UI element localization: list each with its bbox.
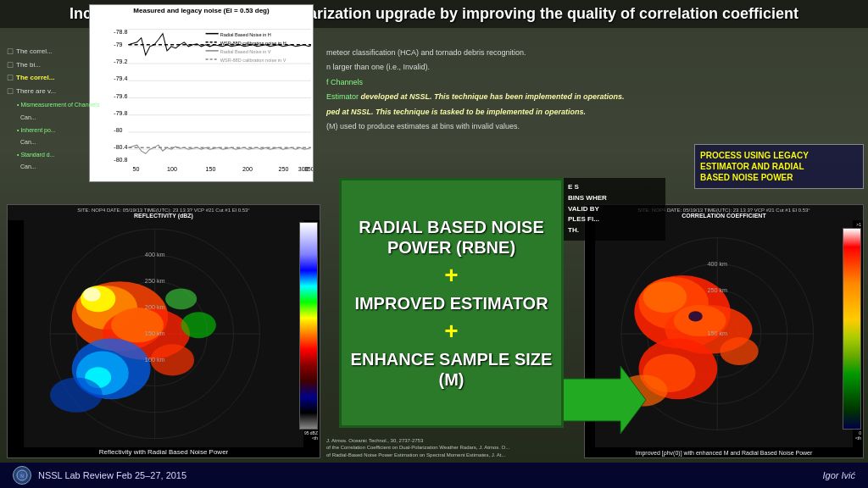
green-arrow — [561, 366, 646, 437]
svg-text:50: 50 — [133, 166, 140, 173]
bottom-left: N NSSL Lab Review Feb 25–27, 2015 — [13, 466, 186, 485]
radar-left-title: SITE: NOP4 DATE: 05/19/13 TIME(UTC): 23 … — [8, 205, 320, 220]
svg-point-47 — [111, 308, 164, 342]
right-line-4-text: developed at NSSL. This technique has be… — [361, 92, 625, 101]
process-box-title: PROCESS USING LEGACYESTIMATOR AND RADIAL… — [700, 150, 858, 183]
svg-point-54 — [165, 288, 197, 309]
svg-text:250 km: 250 km — [707, 286, 727, 294]
svg-text:-78.8: -78.8 — [114, 29, 127, 36]
logo-svg: N — [15, 469, 29, 482]
checkbox-3: ☐ — [7, 73, 14, 84]
checkbox-4: ☐ — [7, 86, 14, 97]
svg-text:400 km: 400 km — [707, 260, 727, 268]
left-item-3: ☐ The correl... — [7, 73, 104, 84]
checkbox-1: ☐ — [7, 47, 14, 58]
left-sub-text-4: Can... — [20, 139, 36, 145]
left-sub-3: • Inherent po... — [17, 125, 104, 136]
svg-text:-79.2: -79.2 — [114, 58, 127, 65]
checkbox-2: ☐ — [7, 60, 14, 71]
svg-text:350: 350 — [304, 166, 313, 173]
label-estimator: Estimator — [326, 92, 359, 101]
svg-text:200: 200 — [242, 166, 253, 173]
radar-left-heading: REFLECTIVITY (dBZ) — [134, 213, 193, 219]
bottom-right-label: Igor Ivić — [822, 470, 855, 480]
center-line-1: RADIAL BASED NOISEPOWER (RBNE) — [359, 217, 544, 258]
left-item-2: ☐ The bi... — [7, 60, 104, 71]
radar-right-heading: CORRELATION COEFFICIENT — [682, 213, 765, 219]
radar-left-bottom: Reflectivity with Radial Based Noise Pow… — [8, 448, 320, 456]
plus-2: + — [444, 318, 458, 345]
svg-text:-79.8: -79.8 — [114, 110, 127, 117]
svg-text:-80.4: -80.4 — [114, 144, 127, 151]
graph-svg: -78.8 -79 -79.2 -79.4 -79.6 -79.8 -80 -8… — [90, 16, 313, 175]
left-text-4: There are v... — [16, 86, 56, 96]
citation-1: J. Atmos. Oceanic Technol., 30, 2737-275… — [326, 437, 572, 444]
left-sub-text-5: • Standard d... — [17, 152, 54, 158]
noise-graph: Measured and legacy noise (El = 0.53 deg… — [89, 4, 314, 182]
process-box: PROCESS USING LEGACYESTIMATOR AND RADIAL… — [694, 144, 864, 189]
graph-area: -78.8 -79 -79.2 -79.4 -79.6 -79.8 -80 -8… — [90, 16, 313, 175]
center-green-box: RADIAL BASED NOISEPOWER (RBNE) + IMPROVE… — [339, 178, 564, 428]
colorbar-right-max: >1 — [843, 222, 861, 227]
svg-point-51 — [50, 378, 103, 413]
svg-text:WSR-88D calibration noise in H: WSR-88D calibration noise in H — [220, 41, 287, 46]
radar-left-svg: 400 km 250 km 200 km 150 km 100 km — [8, 220, 320, 447]
right-line-3: f Channels — [326, 76, 864, 88]
left-text-3: The correl... — [16, 73, 54, 82]
svg-text:-79.4: -79.4 — [114, 75, 127, 82]
svg-text:150 km: 150 km — [707, 330, 727, 337]
arrow-svg — [561, 366, 646, 434]
svg-text:150 km: 150 km — [145, 330, 165, 337]
left-text-1: The correl... — [16, 47, 53, 56]
svg-text:N: N — [20, 474, 24, 479]
radar-right-bottom: Improved [ρhv(0)] with enhanced M and Ra… — [585, 450, 863, 456]
colorbar-min-label: <th — [299, 435, 318, 441]
svg-text:250: 250 — [279, 166, 289, 173]
svg-text:200 km: 200 km — [145, 303, 165, 311]
colorbar-right: >1 0 <th — [843, 222, 861, 441]
left-sub-6: Can... — [20, 161, 104, 172]
svg-point-76 — [720, 337, 758, 365]
bottom-bar: N NSSL Lab Review Feb 25–27, 2015 Igor I… — [0, 463, 868, 488]
bottom-left-label: NSSL Lab Review Feb 25–27, 2015 — [38, 470, 186, 480]
right-line-2: n larger than one (i.e., Invalid). — [326, 61, 864, 73]
svg-text:-79.6: -79.6 — [114, 93, 127, 100]
left-sub-1: • Mismeasurement of Channels — [17, 99, 104, 110]
bins-overlay: E S BINS WHER VALID BY PLES Fl... TH. — [564, 178, 665, 241]
plus-1: + — [444, 262, 458, 289]
graph-title: Measured and legacy noise (El = 0.53 deg… — [90, 5, 313, 16]
right-line-6: (M) used to produce estimates at bins wi… — [326, 120, 864, 132]
svg-point-53 — [181, 312, 216, 338]
left-sub-text-6: Can... — [20, 164, 36, 169]
nssl-logo: N — [13, 466, 31, 485]
left-panel: ☐ The correl... ☐ The bi... ☐ The correl… — [7, 47, 104, 174]
svg-text:100: 100 — [167, 166, 177, 173]
svg-text:WSR-88D calibration noise in V: WSR-88D calibration noise in V — [220, 58, 287, 63]
svg-point-45 — [83, 287, 101, 301]
bins-text: E S BINS WHER VALID BY PLES Fl... TH. — [568, 182, 661, 236]
radar-left: SITE: NOP4 DATE: 05/19/13 TIME(UTC): 23 … — [7, 204, 320, 458]
center-line-4: ENHANCE SAMPLE SIZE(M) — [351, 349, 553, 390]
svg-marker-60 — [561, 366, 646, 434]
left-sub-text-2: Can... — [20, 114, 36, 120]
citation-2: of the Correlation Coefficient on Dual-P… — [326, 444, 572, 451]
right-line-5-text: ped at NSSL. This technique is tasked to… — [326, 108, 586, 116]
left-item-1: ☐ The correl... — [7, 47, 104, 58]
colorbar-left: 95 dBZ <th — [299, 222, 318, 441]
svg-text:100 km: 100 km — [145, 356, 165, 363]
svg-text:-80.8: -80.8 — [114, 157, 127, 164]
svg-text:-79: -79 — [114, 42, 122, 48]
center-line-3: IMPROVED ESTIMATOR — [354, 293, 548, 313]
svg-text:Radial Based Noise in V: Radial Based Noise in V — [220, 49, 271, 54]
svg-text:Radial Based Noise in H: Radial Based Noise in H — [220, 32, 271, 37]
svg-text:250 km: 250 km — [145, 277, 165, 285]
right-text-block: meteor classification (HCA) and tornado … — [326, 47, 864, 135]
svg-text:400 km: 400 km — [145, 251, 165, 258]
left-sub-text-3: • Inherent po... — [17, 127, 56, 133]
left-sub-text-1: • Mismeasurement of Channels — [17, 102, 99, 108]
left-sub-4: Can... — [20, 136, 104, 147]
citation-3: of Radial-Based Noise Power Estimation o… — [326, 452, 572, 458]
left-sub-2: Can... — [20, 112, 104, 123]
left-text-2: The bi... — [16, 60, 41, 69]
colorbar-right-th: <th — [843, 435, 861, 441]
